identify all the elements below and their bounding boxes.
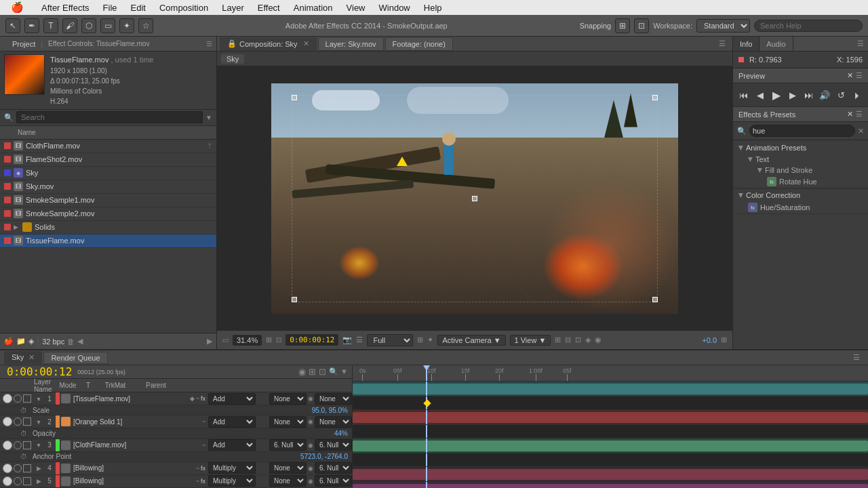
file-item-flameshot[interactable]: 🎞 FlameShot2.mov [0,153,216,167]
layer-1-expand[interactable]: ▼ [34,395,43,403]
stopwatch-icon[interactable]: ⏱ [20,407,27,414]
hue-saturation-item[interactable]: fx Hue/Saturation [733,201,868,214]
motion-blur-icon[interactable]: ✦ [427,336,433,344]
file-item-sky-mov[interactable]: 🎞 Sky.mov [0,180,216,194]
step-to-start-btn[interactable]: ⏮ [737,87,751,102]
view-options-icon[interactable]: ⊞ [555,336,561,344]
layer-1-vis-toggle[interactable] [3,394,12,403]
file-item-smoke1[interactable]: 🎞 SmokeSample1.mov [0,194,216,207]
playhead[interactable] [426,365,427,381]
audio-btn[interactable]: 🔊 [818,87,831,102]
timeline-tab-close[interactable]: ✕ [28,353,35,361]
panel-menu-icon[interactable]: ☰ [715,39,730,48]
quality-selector[interactable]: Full Half Quarter [367,334,413,346]
next-frame-btn[interactable]: ▶ [786,87,800,102]
animation-presets-header[interactable]: ▶ Animation Presets [733,142,868,154]
text-group[interactable]: ▶ Text [733,154,868,165]
menu-layer[interactable]: Layer [216,1,250,14]
prev-btn[interactable]: ◀ [77,337,83,346]
tool-shape[interactable]: ▭ [100,18,115,33]
timeline-timecode[interactable]: 0:00:00:12 [4,365,75,378]
layer-row-1[interactable]: ▼ 1 [TissueFlame.mov] ◆ ~ fx Add [0,392,352,405]
scale-value[interactable]: 95.0, 95.0% [312,407,348,414]
trash-btn[interactable]: 🗑 [67,338,75,346]
anchor-value[interactable]: 5723.0, -2764.0 [300,453,348,460]
effects-panel-menu[interactable]: ☰ [856,110,863,119]
layer-4-parent2-select[interactable]: 6. Null 1 [315,462,352,474]
render-icon[interactable]: ⊞ [417,336,423,344]
project-search-input[interactable] [16,111,203,123]
tool-pen[interactable]: ✒ [24,18,39,33]
layer-4-parent-select[interactable]: None [269,462,307,474]
layer-1-mode-select[interactable]: Add [208,393,256,405]
zoom-fit-icon[interactable]: ⊞ [266,336,272,344]
menu-effect[interactable]: Effect [252,1,285,14]
layer-2-parent-select[interactable]: None [269,416,307,428]
tool-roto[interactable]: ✦ [119,18,134,33]
tool-brush[interactable]: 🖌 [62,18,77,33]
tool-selection[interactable]: ↖ [5,18,20,33]
effect-controls-tab[interactable]: Effect Controls: TissueFlame.mov [48,40,149,47]
layer-5-vis-toggle[interactable] [3,476,12,486]
fill-and-stroke-group[interactable]: ▶ Fill and Stroke [733,165,868,176]
preview-panel-menu[interactable]: ☰ [856,71,863,80]
layer-3-vis-toggle[interactable] [3,441,12,450]
bit-depth[interactable]: 32 bpc [42,338,64,346]
active-camera-btn[interactable]: Active Camera ▼ [437,335,505,346]
grid-icon[interactable]: ⊟ [565,336,571,344]
layer-3-lock[interactable] [23,441,31,449]
step-to-end-btn[interactable]: ⏭ [802,87,816,102]
timeline-tab-sky[interactable]: Sky ✕ [4,351,42,364]
layer-2-solo[interactable] [14,418,22,426]
keyframe-1[interactable] [423,399,431,407]
layer-2-parent2-select[interactable]: None [315,416,352,428]
menu-edit[interactable]: Edit [125,1,151,14]
import-btn[interactable]: 🍎 [4,337,14,346]
workspace-selector[interactable]: Standard [696,19,750,33]
layer-row-2[interactable]: ▼ 2 [Orange Solid 1] ~ Add None [0,415,352,428]
solo-icon[interactable]: ◉ [298,367,306,377]
timeline-tab-render[interactable]: Render Queue [43,352,107,364]
info-tab[interactable]: Info [733,37,760,51]
show-channel-icon[interactable]: ☰ [356,336,363,344]
layer-4-expand[interactable]: ▶ [34,464,43,472]
menu-window[interactable]: Window [374,1,416,14]
opacity-value[interactable]: 44% [334,430,348,437]
layer-3-parent-select[interactable]: 6. Null 1 [269,439,307,451]
prev-frame-btn[interactable]: ◀ [753,87,767,102]
expand-toggle[interactable]: ⊡ [634,18,649,33]
snapshot-icon[interactable]: 📷 [342,336,352,344]
layer-5-parent2-select[interactable]: 6. Null 1 [315,475,352,487]
info-panel-menu[interactable]: ☰ [853,39,868,48]
file-item-clothflame[interactable]: 🎞 ClothFlame.mov ⤒ [0,140,216,153]
layer-5-lock[interactable] [23,477,31,485]
preview-close-btn[interactable]: ✕ [847,71,853,80]
timeline-ruler[interactable]: 0s 05f 10f 15 [353,365,868,382]
file-item-solids[interactable]: ▶ Solids [0,221,216,235]
menu-help[interactable]: Help [418,1,448,14]
search-options-icon[interactable]: ▼ [205,114,212,121]
new-folder-btn[interactable]: 📁 [16,337,26,346]
layer-5-parent-select[interactable]: None [269,475,307,487]
layer-1-solo[interactable] [14,394,22,403]
color-correction-header[interactable]: ▶ Color Correction [733,189,868,201]
viewport-timecode[interactable]: 0:00:00:12 [285,334,338,346]
panel-options-icon[interactable]: ☰ [206,40,212,47]
menu-view[interactable]: View [341,1,371,14]
search-help-input[interactable] [754,20,863,32]
layer-2-expand[interactable]: ▼ [34,418,43,426]
timeline-search-icon[interactable]: 🔍 ▼ [329,367,348,376]
layer-2-mode-select[interactable]: Add [208,416,256,428]
layer-5-solo[interactable] [14,477,22,485]
tool-puppet[interactable]: ☆ [138,18,153,33]
zoom-display[interactable]: 31.4% [233,335,262,346]
tab-close-icon[interactable]: ✕ [303,39,309,48]
effects-search-clear[interactable]: ✕ [858,127,864,136]
layer-2-lock[interactable] [23,418,31,426]
effects-search-input[interactable] [749,125,855,137]
layer-row-4[interactable]: ▶ 4 [Billowing] ~ fx Multiply Non [0,462,352,475]
layer-1-parent-select[interactable]: None [269,393,307,405]
layer-4-lock[interactable] [23,464,31,472]
new-comp-btn[interactable]: ◈ [28,337,34,346]
fwd-btn[interactable]: ▶ [207,337,212,346]
